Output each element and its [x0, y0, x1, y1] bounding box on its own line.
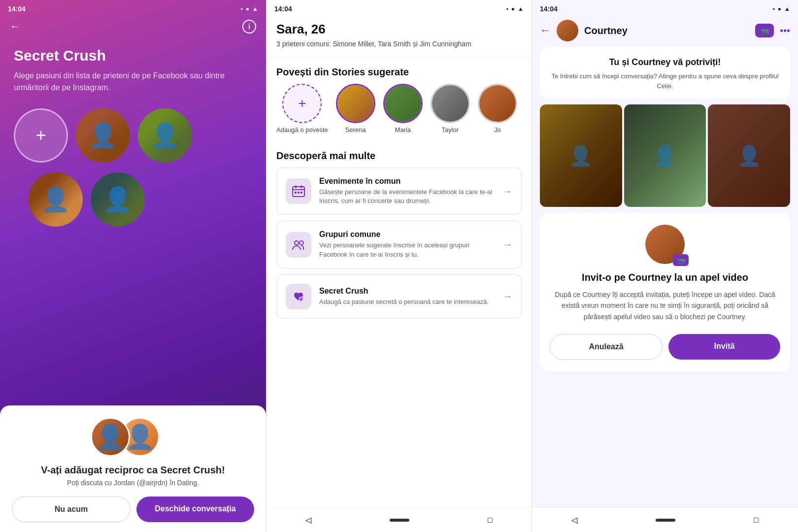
video-call-button[interactable]: 📹 [755, 24, 774, 37]
serena-circle[interactable] [336, 84, 375, 123]
invite-video-badge: 📹 [673, 254, 689, 266]
nav-back-icon-2[interactable]: ◁ [305, 515, 311, 525]
match-avatar-user [91, 417, 130, 457]
secret-crush-subtitle: Alege pasiuni din lista de prieteni de p… [14, 70, 252, 94]
more-options-icon[interactable]: ••• [780, 25, 790, 36]
chat-actions: 📹 ••• [755, 24, 790, 37]
add-story-label: Adaugă o poveste [276, 126, 328, 133]
sara-header: Sara, 26 3 prieteni comuni: Simone Mille… [266, 18, 532, 58]
open-conversation-button[interactable]: Deschide conversația [136, 497, 254, 522]
photo-strip: 👤 👤 👤 [532, 104, 798, 213]
person-2 [138, 108, 192, 163]
events-desc: Găsește persoane de la evenimentele Face… [319, 188, 495, 205]
crush-avatar-1 [76, 108, 130, 163]
wifi-icon-3: ● [778, 5, 781, 12]
maria-img [385, 85, 421, 122]
groups-arrow: → [502, 239, 512, 250]
discover-secret-crush-card[interactable]: Secret Crush Adaugă ca pasiune secretă o… [276, 274, 522, 319]
status-bar-1: 14:04 ▪ ● ▲ [0, 0, 266, 18]
jo-circle[interactable] [478, 84, 517, 123]
chat-username: Courtney [584, 25, 749, 36]
match-banner-title: Tu și Courtney vă potriviți! [548, 57, 782, 67]
svg-rect-5 [298, 192, 299, 194]
secret-crush-title: Secret Crush [14, 47, 252, 64]
add-story-circle[interactable]: + [282, 84, 322, 123]
invite-avatar-wrap: 📹 [645, 225, 685, 264]
nav-home-pill-2[interactable] [390, 519, 409, 522]
svg-rect-4 [295, 192, 297, 194]
battery-icon-3: ▲ [784, 5, 790, 12]
add-crush-button[interactable]: + [14, 108, 68, 163]
story-jo[interactable]: Jo [478, 84, 517, 133]
add-story-item[interactable]: + Adaugă o poveste [276, 84, 328, 133]
chat-header: ← Courtney 📹 ••• [532, 18, 798, 47]
time-3: 14:04 [540, 5, 558, 13]
events-text: Evenimente în comun Găsește persoane de … [319, 177, 495, 205]
secret-crush-card-title: Secret Crush [319, 287, 495, 296]
match-banner[interactable]: Tu și Courtney vă potriviți! Te întrebi … [540, 47, 790, 99]
nav-square-icon-2[interactable]: □ [488, 516, 493, 525]
crush-avatar-3 [29, 172, 83, 227]
serena-label: Serena [345, 126, 366, 133]
courtney-avatar [557, 20, 578, 41]
discover-section-title: Descoperă mai multe [266, 141, 532, 167]
discover-section: Evenimente în comun Găsește persoane de … [266, 167, 532, 325]
match-title: V-ați adăugat reciproc ca Secret Crush! [12, 465, 254, 476]
nav-back-icon-3[interactable]: ◁ [571, 515, 577, 525]
nav-home-pill-3[interactable] [656, 519, 675, 522]
info-icon[interactable]: i [242, 20, 256, 33]
crush-avatars-row1: + [14, 108, 252, 163]
courtney-photo-2: 👤 [624, 104, 706, 207]
serena-img [337, 85, 374, 122]
events-arrow: → [502, 186, 512, 197]
match-buttons: Nu acum Deschide conversația [12, 497, 254, 522]
groups-desc: Vezi persoanele sugerate înscrise în ace… [319, 241, 495, 259]
crush-avatars-row2 [14, 172, 252, 227]
maria-circle[interactable] [383, 84, 423, 123]
nav-square-icon-3[interactable]: □ [754, 516, 759, 525]
sara-name: Sara, 26 [276, 22, 522, 37]
nav-bar-2: ◁ □ [266, 507, 532, 532]
signal-icon-2: ▪ [506, 5, 508, 12]
cancel-invite-button[interactable]: Anulează [550, 334, 663, 360]
back-icon-1[interactable]: ← [10, 20, 21, 33]
plus-icon: + [35, 125, 46, 146]
camera-icon: 📹 [760, 26, 769, 35]
status-icons-2: ▪ ● ▲ [506, 5, 524, 12]
secret-crush-icon [286, 284, 311, 309]
groups-text: Grupuri comune Vezi persoanele sugerate … [319, 230, 495, 259]
photo-inner-3: 👤 [708, 104, 790, 207]
story-maria[interactable]: Maria [383, 84, 423, 133]
panel-chat: 14:04 ▪ ● ▲ ← Courtney 📹 ••• Tu și Court… [532, 0, 798, 532]
status-bar-2: 14:04 ▪ ● ▲ [266, 0, 532, 18]
events-title: Evenimente în comun [319, 177, 495, 186]
story-serena[interactable]: Serena [336, 84, 375, 133]
crush-avatar-2 [138, 108, 192, 163]
secret-crush-arrow: → [502, 291, 512, 302]
discover-groups-card[interactable]: Grupuri comune Vezi persoanele sugerate … [276, 221, 522, 268]
no-now-button[interactable]: Nu acum [12, 497, 131, 522]
add-story-plus: + [298, 96, 306, 111]
jo-img [479, 85, 516, 122]
status-icons-1: ▪ ● ▲ [241, 5, 258, 12]
person-1 [76, 108, 130, 163]
invite-buttons: Anulează Invită [550, 334, 780, 360]
sara-mutual: 3 prieteni comuni: Simone Miller, Tara S… [276, 39, 522, 49]
chat-back-icon[interactable]: ← [540, 24, 551, 37]
maria-label: Maria [395, 126, 411, 133]
match-banner-text: Te întrebi cum să începi conversația? At… [548, 71, 782, 91]
invite-button[interactable]: Invită [668, 334, 780, 360]
taylor-img [432, 85, 468, 122]
nav-bar-3: ◁ □ [532, 507, 798, 532]
story-taylor[interactable]: Taylor [431, 84, 470, 133]
stories-row: + Adaugă o poveste Serena Maria Taylor [266, 84, 532, 141]
time-1: 14:04 [8, 5, 26, 13]
secret-crush-text: Secret Crush Adaugă ca pasiune secretă o… [319, 287, 495, 306]
signal-icon: ▪ [241, 5, 243, 12]
stories-section-title: Povești din Stories sugerate [266, 58, 532, 84]
panel-discover: 14:04 ▪ ● ▲ Sara, 26 3 prieteni comuni: … [266, 0, 532, 532]
taylor-circle[interactable] [431, 84, 470, 123]
courtney-photo-1: 👤 [540, 104, 622, 207]
wifi-icon-2: ● [511, 5, 515, 12]
discover-events-card[interactable]: Evenimente în comun Găsește persoane de … [276, 167, 522, 215]
